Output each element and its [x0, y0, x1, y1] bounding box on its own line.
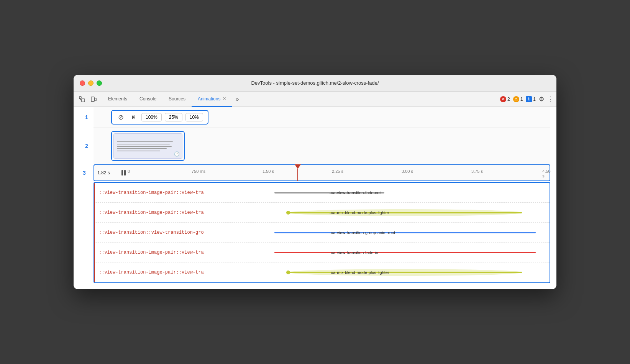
track-anim-name-3: -ua-view-transition-group-anim-root	[330, 230, 395, 235]
tab-sources[interactable]: Sources	[162, 92, 192, 107]
section-1-label: 1	[85, 114, 88, 120]
window-title: DevTools - simple-set-demos.glitch.me/2-…	[251, 80, 379, 86]
toolbar-icons	[77, 94, 99, 105]
svg-rect-0	[79, 97, 81, 98]
track-label-4[interactable]: ::view-transition-image-pair::view-tra	[94, 250, 274, 255]
controls-section: 1 ⊘ 100% 25% 10%	[94, 107, 550, 128]
track-row-4: ::view-transition-image-pair::view-tra -…	[94, 243, 550, 262]
track-timeline-4: -ua-view-transition-fade-in	[274, 243, 550, 262]
clock-icon: 🕐	[174, 151, 180, 157]
svg-rect-2	[82, 99, 85, 102]
track-row-2: ::view-transition-image-pair::view-tra -…	[94, 203, 550, 223]
tab-elements[interactable]: Elements	[102, 92, 133, 107]
section-2-label: 2	[85, 143, 88, 149]
animations-panel: 1 ⊘ 100% 25% 10% 2	[74, 107, 556, 289]
tick-750ms: 750 ms	[192, 169, 205, 174]
animation-group-card[interactable]: 🕐	[113, 133, 182, 159]
timeline-ruler-section: 3 1.82 s 0 750 ms 1.50 s 2.25 s 3.00 s 3…	[94, 164, 550, 181]
track-row-3: ::view-transition::view-transition-gro -…	[94, 223, 550, 243]
track-bar-blue-3	[274, 232, 536, 233]
error-icon: ✕	[500, 96, 506, 102]
tick-1.50s: 1.50 s	[262, 169, 274, 174]
track-anim-name-2: -ua-mix-blend-mode-plus-lighter	[330, 210, 389, 215]
speed-25-button[interactable]: 25%	[165, 113, 182, 121]
track-row-1: ::view-transition-image-pair::view-tra -…	[94, 183, 550, 203]
track-dot-5	[286, 271, 290, 274]
tick-3.75s: 3.75 s	[471, 169, 483, 174]
error-badge: ✕ 2	[500, 96, 510, 102]
section-3-label: 3	[83, 170, 86, 176]
track-label-3[interactable]: ::view-transition::view-transition-gro	[94, 230, 274, 235]
devtools-window: DevTools - simple-set-demos.glitch.me/2-…	[74, 75, 556, 289]
speed-10-button[interactable]: 10%	[185, 113, 203, 121]
ruler-ticks: 0 750 ms 1.50 s 2.25 s 3.00 s 3.75 s 4.5…	[129, 164, 546, 181]
toolbar-tabs: Elements Console Sources Animations ✕ »	[102, 92, 500, 107]
tab-animations[interactable]: Animations ✕	[192, 92, 232, 107]
pause-button[interactable]	[121, 170, 126, 175]
svg-rect-3	[91, 97, 94, 102]
device-icon[interactable]	[88, 94, 99, 105]
settings-icon[interactable]: ⚙	[539, 95, 544, 103]
tick-3.00s: 3.00 s	[402, 169, 413, 174]
play-button[interactable]	[128, 114, 138, 121]
traffic-lights	[80, 80, 102, 86]
speed-100-button[interactable]: 100%	[141, 113, 162, 121]
track-label-5[interactable]: ::view-transition-image-pair::view-tra	[94, 270, 274, 275]
tab-animations-close[interactable]: ✕	[223, 96, 226, 101]
minimize-button[interactable]	[88, 80, 94, 86]
track-bar-yg-2	[288, 212, 522, 213]
track-anim-name-4: -ua-view-transition-fade-in	[330, 250, 378, 255]
tick-0: 0	[128, 169, 130, 174]
track-timeline-2: -ua-mix-blend-mode-plus-lighter	[274, 203, 550, 222]
info-icon: ℹ	[526, 96, 532, 102]
animation-groups-section: 2 🕐	[94, 128, 550, 164]
playhead-diamond[interactable]	[295, 164, 301, 169]
more-tabs-button[interactable]: »	[232, 92, 242, 107]
track-timeline-1: -ua-view-transition-fade-out	[274, 183, 550, 202]
maximize-button[interactable]	[97, 80, 102, 86]
devtools-toolbar: Elements Console Sources Animations ✕ » …	[74, 92, 556, 107]
toolbar-right: ✕ 2 ⚠ 1 ℹ 1 ⚙ ⋮	[500, 95, 553, 103]
track-label-1[interactable]: ::view-transition-image-pair::view-tra	[94, 190, 274, 195]
track-bar-red-4	[274, 252, 536, 253]
current-time: 1.82 s	[97, 170, 118, 175]
animation-card-wrapper: 🕐	[111, 131, 185, 161]
close-button[interactable]	[80, 80, 85, 86]
track-bar-yg-5	[288, 272, 522, 273]
clear-button[interactable]: ⊘	[116, 112, 125, 122]
track-timeline-5: -ua-mix-blend-mode-plus-lighter	[274, 262, 550, 282]
tab-console[interactable]: Console	[133, 92, 162, 107]
inspect-icon[interactable]	[77, 94, 87, 105]
playhead-stem	[297, 169, 298, 181]
titlebar: DevTools - simple-set-demos.glitch.me/2-…	[74, 75, 556, 92]
svg-rect-4	[95, 98, 96, 101]
track-dot-2	[286, 211, 290, 215]
info-badge: ℹ 1	[526, 96, 536, 102]
track-timeline-3: -ua-view-transition-group-anim-root	[274, 223, 550, 242]
tick-4.50s: 4.50 s	[542, 169, 550, 178]
warning-icon: ⚠	[513, 96, 519, 102]
tick-2.25s: 2.25 s	[332, 169, 343, 174]
warning-badge: ⚠ 1	[513, 96, 523, 102]
track-row-5: ::view-transition-image-pair::view-tra -…	[94, 262, 550, 282]
track-anim-name-1: -ua-view-transition-fade-out	[330, 190, 381, 195]
track-anim-name-5: -ua-mix-blend-mode-plus-lighter	[330, 270, 389, 275]
more-options-icon[interactable]: ⋮	[547, 95, 553, 103]
track-label-2[interactable]: ::view-transition-image-pair::view-tra	[94, 210, 274, 215]
tracks-section: 4 ::view-transition-image-pair::view-tra…	[94, 182, 550, 283]
